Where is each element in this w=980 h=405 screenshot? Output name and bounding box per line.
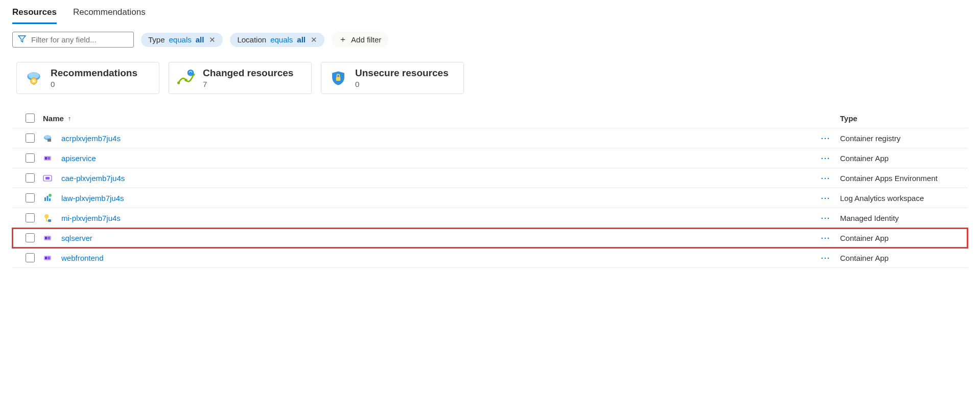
unsecure-resources-icon [329,69,348,88]
svg-point-5 [184,78,187,81]
resource-link[interactable]: apiservice [61,154,96,163]
tab-list: Resources Recommendations [12,4,968,25]
card-recommendations[interactable]: Recommendations 0 [16,62,159,94]
summary-cards: Recommendations 0 Changed resources 7 Un… [12,62,968,94]
row-name-cell: cae-plxvjemb7ju4s [43,173,811,183]
row-checkbox[interactable] [26,233,35,242]
row-checkbox-cell [17,233,43,242]
card-unsecure-title: Unsecure resources [355,68,449,79]
svg-point-3 [32,79,35,82]
more-actions-icon[interactable]: ··· [821,214,831,222]
svg-rect-13 [45,157,47,160]
filter-pill-location-field: Location [237,35,266,44]
filter-bar: Type equals all ✕ Location equals all ✕ … [12,32,968,48]
table-row[interactable]: acrplxvjemb7ju4s···Container registry [12,128,968,148]
svg-rect-27 [48,237,50,239]
row-checkbox[interactable] [26,173,35,183]
row-type-cell: Container Apps Environment [840,174,968,183]
row-checkbox[interactable] [26,253,35,262]
row-actions-cell: ··· [811,214,840,222]
row-checkbox-cell [17,153,43,163]
tab-resources[interactable]: Resources [12,4,57,24]
filter-pill-type-value: all [196,35,204,44]
svg-rect-29 [45,257,47,259]
column-header-name[interactable]: Name ↑ [43,114,811,123]
more-actions-icon[interactable]: ··· [821,134,831,143]
column-header-type[interactable]: Type [840,114,968,123]
filter-pill-type-remove-icon[interactable]: ✕ [208,35,216,44]
filter-pill-type-field: Type [148,35,165,44]
resource-type-icon [43,233,52,242]
more-actions-icon[interactable]: ··· [821,174,831,183]
table-header: Name ↑ Type [12,109,968,128]
svg-rect-17 [44,197,46,201]
svg-rect-11 [48,139,51,142]
card-recommendations-title: Recommendations [51,68,137,79]
svg-rect-19 [49,198,51,201]
select-all-checkbox[interactable] [26,114,35,123]
svg-rect-24 [48,219,51,222]
row-type-cell: Managed Identity [840,214,968,222]
svg-rect-23 [46,220,48,221]
resource-link[interactable]: acrplxvjemb7ju4s [61,134,121,143]
card-unsecure-resources[interactable]: Unsecure resources 0 [321,62,464,94]
filter-pill-type[interactable]: Type equals all ✕ [141,33,223,47]
filter-pill-location-remove-icon[interactable]: ✕ [310,35,317,44]
row-checkbox-cell [17,193,43,202]
row-checkbox[interactable] [26,193,35,202]
row-checkbox-cell [17,133,43,143]
select-all-container [17,114,43,123]
filter-input[interactable] [31,35,128,44]
row-checkbox[interactable] [26,153,35,163]
card-recommendations-count: 0 [51,80,137,88]
recommendations-icon [24,69,43,88]
row-actions-cell: ··· [811,174,840,183]
filter-icon [18,35,26,44]
svg-point-7 [188,69,194,76]
svg-point-21 [44,214,49,218]
row-actions-cell: ··· [811,194,840,202]
resource-link[interactable]: law-plxvjemb7ju4s [61,194,124,202]
resource-type-icon [43,133,52,143]
more-actions-icon[interactable]: ··· [821,194,831,202]
row-actions-cell: ··· [811,234,840,242]
tab-recommendations[interactable]: Recommendations [73,4,146,24]
resource-link[interactable]: mi-plxvjemb7ju4s [61,214,121,222]
more-actions-icon[interactable]: ··· [821,154,831,163]
row-actions-cell: ··· [811,254,840,262]
row-checkbox-cell [17,173,43,183]
row-checkbox[interactable] [26,213,35,222]
row-type-cell: Log Analytics workspace [840,194,968,202]
resource-type-icon [43,153,52,163]
filter-pill-location[interactable]: Location equals all ✕ [230,33,324,47]
card-changed-count: 7 [203,80,293,88]
row-name-cell: webfrontend [43,253,811,262]
filter-pill-location-value: all [297,35,306,44]
row-checkbox[interactable] [26,133,35,143]
resource-link[interactable]: sqlserver [61,234,92,242]
table-row[interactable]: mi-plxvjemb7ju4s···Managed Identity [12,208,968,228]
row-actions-cell: ··· [811,154,840,163]
add-filter-button[interactable]: ＋ Add filter [332,32,388,48]
table-row[interactable]: apiservice···Container App [12,148,968,168]
svg-rect-14 [48,157,50,160]
row-name-cell: acrplxvjemb7ju4s [43,133,811,143]
resource-link[interactable]: cae-plxvjemb7ju4s [61,174,125,183]
more-actions-icon[interactable]: ··· [821,254,831,262]
row-name-cell: sqlserver [43,233,811,242]
filter-input-container[interactable] [12,32,134,48]
table-row[interactable]: cae-plxvjemb7ju4s···Container Apps Envir… [12,168,968,188]
row-type-cell: Container registry [840,134,968,143]
svg-point-4 [177,81,180,84]
add-filter-label: Add filter [351,35,381,44]
table-row[interactable]: sqlserver···Container App [12,228,968,248]
more-actions-icon[interactable]: ··· [821,234,831,242]
filter-pill-location-operator: equals [270,35,293,44]
resource-link[interactable]: webfrontend [61,254,104,262]
card-changed-resources[interactable]: Changed resources 7 [169,62,312,94]
svg-rect-26 [45,237,47,239]
table-body: acrplxvjemb7ju4s···Container registryapi… [12,128,968,268]
table-row[interactable]: webfrontend···Container App [12,248,968,268]
plus-icon: ＋ [339,34,347,45]
table-row[interactable]: law-plxvjemb7ju4s···Log Analytics worksp… [12,188,968,208]
